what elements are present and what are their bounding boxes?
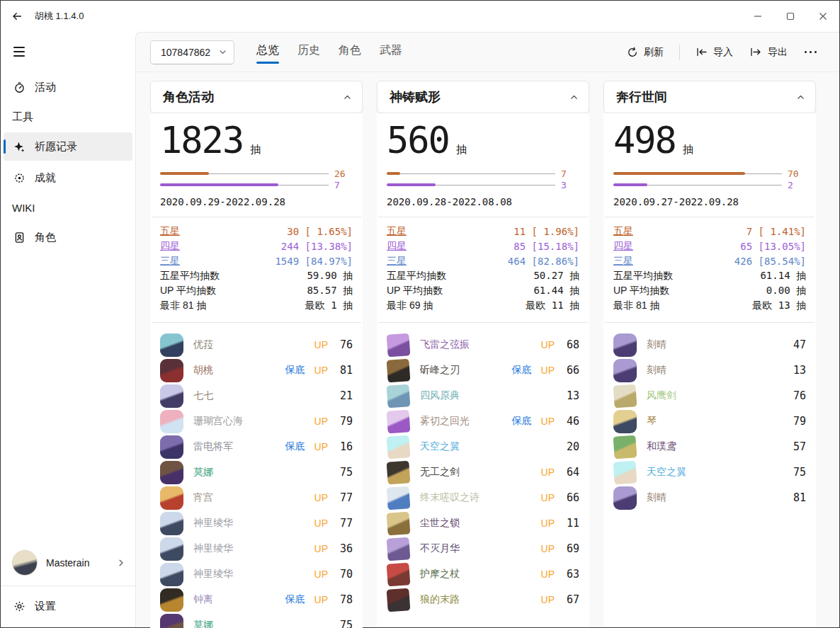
settings-label: 设置 bbox=[35, 600, 56, 613]
stat-row: 五星 30 [ 1.65%] bbox=[160, 224, 353, 239]
stat-label[interactable]: 五星 bbox=[160, 225, 180, 238]
stat-label[interactable]: 四星 bbox=[613, 240, 633, 253]
stat-label: 最非 81 抽 bbox=[160, 299, 206, 312]
tab-weapons[interactable]: 武器 bbox=[373, 38, 409, 67]
toolbar-actions: 刷新 导入 导出 bbox=[620, 41, 824, 64]
pull-list-item: 七七 21 bbox=[160, 383, 353, 409]
pull-list-item: 护摩之杖 UP 63 bbox=[387, 561, 579, 587]
stat-label[interactable]: 四星 bbox=[387, 240, 407, 253]
user-name: Masterain bbox=[46, 557, 117, 569]
pull-count: 13 bbox=[790, 364, 806, 377]
close-icon bbox=[819, 12, 827, 21]
sidebar-item-activity[interactable]: 活动 bbox=[4, 73, 132, 101]
item-avatar bbox=[160, 410, 183, 433]
refresh-button[interactable]: 刷新 bbox=[620, 41, 671, 64]
wish-icon bbox=[4, 141, 35, 153]
back-button[interactable] bbox=[1, 1, 33, 32]
hamburger-menu-button[interactable] bbox=[5, 39, 33, 64]
pull-list-item: 天空之翼 20 bbox=[387, 434, 579, 459]
item-avatar bbox=[160, 614, 183, 628]
more-button[interactable] bbox=[798, 45, 824, 59]
stat-value: 7 [ 1.41%] bbox=[747, 226, 806, 237]
stat-value: 61.44 抽 bbox=[533, 285, 579, 297]
sidebar-item-settings[interactable]: 设置 bbox=[4, 589, 132, 623]
import-button[interactable]: 导入 bbox=[688, 41, 740, 64]
five-star-pity-bar: 26 bbox=[160, 168, 353, 179]
total-pulls-unit: 抽 bbox=[456, 143, 467, 156]
pull-count: 76 bbox=[337, 338, 353, 351]
close-button[interactable] bbox=[807, 2, 839, 30]
stat-value: 最欧 13 抽 bbox=[752, 299, 806, 312]
pull-list-item: 雾切之回光 保底 UP 46 bbox=[387, 409, 579, 434]
sidebar-item-wish-records[interactable]: 祈愿记录 bbox=[4, 132, 132, 161]
pull-count: 47 bbox=[790, 338, 806, 351]
five-star-pity-value: 70 bbox=[788, 169, 806, 179]
pull-list-item: 四风原典 13 bbox=[387, 383, 579, 409]
four-star-pity-value: 2 bbox=[788, 180, 806, 190]
stat-row: 三星 1549 [84.97%] bbox=[160, 253, 353, 268]
stats-block: 五星 7 [ 1.41%] 四星 65 [13.05%] 三星 426 [85.… bbox=[605, 224, 815, 313]
collapse-button[interactable] bbox=[569, 93, 579, 102]
stat-value: 61.14 抽 bbox=[760, 270, 806, 282]
stats-block: 五星 30 [ 1.65%] 四星 244 [13.38%] 三星 1549 [… bbox=[152, 224, 361, 313]
pull-count: 11 bbox=[564, 517, 579, 530]
uid-value: 107847862 bbox=[161, 47, 210, 58]
stat-row: 四星 85 [15.18%] bbox=[387, 239, 579, 253]
stat-label[interactable]: 五星 bbox=[387, 225, 407, 238]
uid-dropdown[interactable]: 107847862 bbox=[150, 40, 234, 64]
main-content: 107847862 总览 历史 角色 武器 刷 bbox=[135, 32, 839, 627]
item-name: 雾切之回光 bbox=[420, 415, 512, 428]
five-star-pity-bar: 70 bbox=[613, 168, 806, 179]
sidebar-item-characters[interactable]: 角色 bbox=[4, 223, 132, 251]
tab-overview[interactable]: 总览 bbox=[250, 38, 285, 67]
up-badge: UP bbox=[314, 441, 328, 452]
stat-row: UP 平均抽数 85.57 抽 bbox=[160, 283, 353, 298]
up-badge: UP bbox=[541, 518, 555, 529]
stat-label[interactable]: 五星 bbox=[613, 225, 633, 238]
stat-label[interactable]: 四星 bbox=[160, 240, 180, 253]
stat-row: 五星平均抽数 59.90 抽 bbox=[160, 268, 353, 283]
pull-count: 78 bbox=[337, 593, 353, 606]
export-icon bbox=[750, 47, 762, 57]
pull-count: 57 bbox=[790, 440, 806, 453]
item-name: 天空之翼 bbox=[647, 466, 790, 479]
pull-list-item: 胡桃 保底 UP 81 bbox=[160, 358, 353, 383]
stat-label[interactable]: 三星 bbox=[160, 255, 180, 268]
banner-body: 560 抽 7 3 2020.09.28-2022.08.08 五星 11 [ … bbox=[377, 113, 589, 627]
sidebar-divider bbox=[1, 586, 135, 586]
up-badge: UP bbox=[541, 594, 555, 605]
export-button[interactable]: 导出 bbox=[743, 41, 795, 64]
tab-history[interactable]: 历史 bbox=[291, 38, 327, 67]
sidebar-item-achievements[interactable]: 成就 bbox=[4, 164, 132, 192]
up-badge: UP bbox=[314, 339, 328, 350]
banner-title: 角色活动 bbox=[163, 89, 343, 105]
item-name: 护摩之杖 bbox=[420, 568, 541, 581]
stat-row: 最非 81 抽 最欧 13 抽 bbox=[613, 298, 806, 313]
pull-list-item: 狼的末路 UP 67 bbox=[387, 587, 579, 612]
tab-characters[interactable]: 角色 bbox=[332, 38, 368, 67]
chevron-down-icon bbox=[219, 48, 227, 56]
stat-row: 最非 81 抽 最欧 1 抽 bbox=[160, 298, 353, 313]
item-name: 雷电将军 bbox=[193, 440, 285, 453]
item-avatar bbox=[387, 384, 411, 408]
pull-list-item: 雷电将军 保底 UP 16 bbox=[160, 434, 353, 459]
pull-count: 69 bbox=[564, 542, 579, 555]
pull-list: 刻晴 47 刻晴 13 风鹰剑 76 琴 79 和璞鸢 57 天空之翼 bbox=[605, 329, 815, 510]
item-name: 神里绫华 bbox=[193, 542, 314, 555]
collapse-button[interactable] bbox=[796, 93, 805, 102]
user-account-button[interactable]: Masterain bbox=[4, 543, 132, 583]
minimize-button[interactable] bbox=[742, 2, 774, 30]
stat-value: 50.27 抽 bbox=[533, 270, 579, 282]
item-avatar bbox=[160, 461, 183, 484]
item-avatar bbox=[160, 537, 183, 561]
banner-column: 角色活动 1823 抽 26 7 2020.09.29-2022.09.28 bbox=[150, 81, 363, 627]
collapse-button[interactable] bbox=[343, 93, 352, 102]
stat-label[interactable]: 三星 bbox=[387, 255, 407, 268]
pull-list-item: 宵宫 UP 77 bbox=[160, 485, 353, 510]
maximize-button[interactable] bbox=[774, 2, 807, 30]
stat-value: 30 [ 1.65%] bbox=[287, 226, 353, 237]
up-badge: UP bbox=[314, 543, 328, 554]
banner-column: 奔行世间 498 抽 70 2 2020.09.27-2022.09.28 bbox=[603, 81, 816, 627]
stat-label[interactable]: 三星 bbox=[613, 255, 633, 268]
pull-list-item: 刻晴 81 bbox=[613, 485, 806, 510]
